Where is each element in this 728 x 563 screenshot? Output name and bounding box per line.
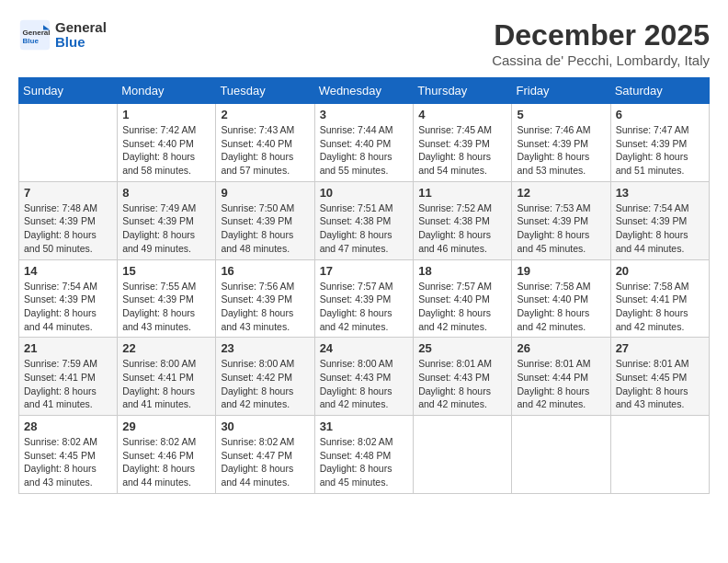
- day-number: 15: [122, 264, 210, 278]
- day-number: 4: [418, 108, 506, 121]
- calendar-cell: 28 Sunrise: 8:02 AMSunset: 4:45 PMDaylig…: [19, 416, 118, 494]
- day-number: 3: [320, 108, 409, 121]
- calendar-cell: 7 Sunrise: 7:48 AMSunset: 4:39 PMDayligh…: [19, 181, 118, 259]
- day-info: Sunrise: 8:00 AMSunset: 4:43 PMDaylight:…: [320, 357, 409, 411]
- day-info: Sunrise: 7:44 AMSunset: 4:40 PMDaylight:…: [320, 123, 409, 178]
- calendar-cell: 29 Sunrise: 8:02 AMSunset: 4:46 PMDaylig…: [118, 416, 216, 494]
- day-info: Sunrise: 7:55 AMSunset: 4:39 PMDaylight:…: [122, 280, 210, 334]
- calendar-cell: 20 Sunrise: 7:58 AMSunset: 4:41 PMDaylig…: [610, 259, 709, 338]
- month-title: December 2025: [492, 18, 710, 52]
- calendar-cell: [414, 416, 512, 494]
- calendar-cell: 14 Sunrise: 7:54 AMSunset: 4:39 PMDaylig…: [19, 259, 118, 338]
- calendar-table: SundayMondayTuesdayWednesdayThursdayFrid…: [18, 77, 710, 494]
- calendar-cell: 27 Sunrise: 8:01 AMSunset: 4:45 PMDaylig…: [610, 338, 709, 416]
- calendar-cell: 22 Sunrise: 8:00 AMSunset: 4:41 PMDaylig…: [118, 338, 216, 416]
- calendar-cell: 21 Sunrise: 7:59 AMSunset: 4:41 PMDaylig…: [19, 338, 118, 416]
- calendar-cell: 31 Sunrise: 8:02 AMSunset: 4:48 PMDaylig…: [314, 416, 414, 494]
- title-block: December 2025 Cassina de' Pecchi, Lombar…: [492, 18, 710, 68]
- day-number: 27: [616, 341, 704, 355]
- logo-general-text: General: [55, 20, 107, 36]
- calendar-cell: 30 Sunrise: 8:02 AMSunset: 4:47 PMDaylig…: [216, 416, 314, 494]
- calendar-cell: 12 Sunrise: 7:53 AMSunset: 4:39 PMDaylig…: [512, 181, 610, 259]
- day-number: 26: [517, 341, 605, 355]
- calendar-cell: 5 Sunrise: 7:46 AMSunset: 4:39 PMDayligh…: [512, 104, 610, 182]
- day-info: Sunrise: 8:02 AMSunset: 4:47 PMDaylight:…: [221, 435, 309, 489]
- day-of-week-header: Tuesday: [216, 78, 314, 104]
- calendar-cell: [610, 416, 709, 494]
- day-info: Sunrise: 7:45 AMSunset: 4:39 PMDaylight:…: [418, 123, 506, 178]
- day-info: Sunrise: 8:01 AMSunset: 4:44 PMDaylight:…: [517, 357, 605, 411]
- day-number: 2: [221, 108, 309, 121]
- day-number: 23: [221, 341, 309, 355]
- logo: General Blue General Blue: [18, 18, 107, 52]
- calendar-cell: 4 Sunrise: 7:45 AMSunset: 4:39 PMDayligh…: [414, 104, 512, 182]
- logo-blue-text: Blue: [55, 35, 107, 51]
- day-info: Sunrise: 7:47 AMSunset: 4:39 PMDaylight:…: [616, 123, 704, 178]
- location-subtitle: Cassina de' Pecchi, Lombardy, Italy: [492, 52, 710, 68]
- day-info: Sunrise: 8:02 AMSunset: 4:45 PMDaylight:…: [24, 435, 112, 489]
- day-info: Sunrise: 7:56 AMSunset: 4:39 PMDaylight:…: [221, 280, 309, 334]
- calendar-cell: 2 Sunrise: 7:43 AMSunset: 4:40 PMDayligh…: [216, 104, 314, 182]
- day-of-week-header: Sunday: [19, 78, 118, 104]
- day-number: 13: [616, 186, 704, 200]
- logo-icon: General Blue: [18, 18, 51, 52]
- day-number: 7: [24, 186, 112, 200]
- day-number: 28: [24, 419, 112, 433]
- calendar-cell: 16 Sunrise: 7:56 AMSunset: 4:39 PMDaylig…: [216, 259, 314, 338]
- calendar-cell: 17 Sunrise: 7:57 AMSunset: 4:39 PMDaylig…: [314, 259, 414, 338]
- day-number: 5: [517, 108, 605, 121]
- day-info: Sunrise: 7:52 AMSunset: 4:38 PMDaylight:…: [418, 201, 506, 256]
- calendar-cell: 10 Sunrise: 7:51 AMSunset: 4:38 PMDaylig…: [314, 181, 414, 259]
- day-info: Sunrise: 7:59 AMSunset: 4:41 PMDaylight:…: [24, 357, 112, 411]
- day-info: Sunrise: 7:54 AMSunset: 4:39 PMDaylight:…: [616, 201, 704, 256]
- calendar-cell: 18 Sunrise: 7:57 AMSunset: 4:40 PMDaylig…: [414, 259, 512, 338]
- day-number: 18: [418, 264, 506, 278]
- calendar-cell: 8 Sunrise: 7:49 AMSunset: 4:39 PMDayligh…: [118, 181, 216, 259]
- day-info: Sunrise: 7:43 AMSunset: 4:40 PMDaylight:…: [221, 123, 309, 178]
- day-of-week-header: Friday: [512, 78, 610, 104]
- calendar-cell: 1 Sunrise: 7:42 AMSunset: 4:40 PMDayligh…: [118, 104, 216, 182]
- calendar-cell: 9 Sunrise: 7:50 AMSunset: 4:39 PMDayligh…: [216, 181, 314, 259]
- day-number: 11: [418, 186, 506, 200]
- day-info: Sunrise: 7:58 AMSunset: 4:41 PMDaylight:…: [616, 280, 704, 334]
- day-info: Sunrise: 7:54 AMSunset: 4:39 PMDaylight:…: [24, 280, 112, 334]
- day-number: 24: [320, 341, 409, 355]
- day-info: Sunrise: 7:57 AMSunset: 4:40 PMDaylight:…: [418, 280, 506, 334]
- day-number: 29: [122, 419, 210, 433]
- day-info: Sunrise: 7:49 AMSunset: 4:39 PMDaylight:…: [122, 201, 210, 256]
- day-info: Sunrise: 8:02 AMSunset: 4:48 PMDaylight:…: [320, 435, 409, 489]
- day-of-week-header: Monday: [118, 78, 216, 104]
- calendar-week-row: 21 Sunrise: 7:59 AMSunset: 4:41 PMDaylig…: [19, 338, 710, 416]
- day-info: Sunrise: 8:01 AMSunset: 4:45 PMDaylight:…: [616, 357, 704, 411]
- calendar-cell: 19 Sunrise: 7:58 AMSunset: 4:40 PMDaylig…: [512, 259, 610, 338]
- day-info: Sunrise: 7:53 AMSunset: 4:39 PMDaylight:…: [517, 201, 605, 256]
- day-number: 8: [122, 186, 210, 200]
- day-number: 20: [616, 264, 704, 278]
- day-number: 21: [24, 341, 112, 355]
- day-number: 9: [221, 186, 309, 200]
- day-info: Sunrise: 8:02 AMSunset: 4:46 PMDaylight:…: [122, 435, 210, 489]
- day-number: 25: [418, 341, 506, 355]
- calendar-cell: 11 Sunrise: 7:52 AMSunset: 4:38 PMDaylig…: [414, 181, 512, 259]
- calendar-cell: [19, 104, 118, 182]
- day-number: 31: [320, 419, 409, 433]
- day-number: 12: [517, 186, 605, 200]
- day-of-week-header: Wednesday: [314, 78, 414, 104]
- calendar-cell: 3 Sunrise: 7:44 AMSunset: 4:40 PMDayligh…: [314, 104, 414, 182]
- day-number: 16: [221, 264, 309, 278]
- day-number: 22: [122, 341, 210, 355]
- day-number: 1: [122, 108, 210, 121]
- day-number: 14: [24, 264, 112, 278]
- day-info: Sunrise: 8:00 AMSunset: 4:41 PMDaylight:…: [122, 357, 210, 411]
- calendar-cell: 23 Sunrise: 8:00 AMSunset: 4:42 PMDaylig…: [216, 338, 314, 416]
- day-number: 10: [320, 186, 409, 200]
- day-number: 6: [616, 108, 704, 121]
- page-header: General Blue General Blue December 2025 …: [18, 18, 710, 68]
- calendar-header-row: SundayMondayTuesdayWednesdayThursdayFrid…: [19, 78, 710, 104]
- calendar-week-row: 7 Sunrise: 7:48 AMSunset: 4:39 PMDayligh…: [19, 181, 710, 259]
- calendar-cell: 15 Sunrise: 7:55 AMSunset: 4:39 PMDaylig…: [118, 259, 216, 338]
- day-info: Sunrise: 7:48 AMSunset: 4:39 PMDaylight:…: [24, 201, 112, 256]
- day-number: 30: [221, 419, 309, 433]
- calendar-cell: 13 Sunrise: 7:54 AMSunset: 4:39 PMDaylig…: [610, 181, 709, 259]
- calendar-cell: 24 Sunrise: 8:00 AMSunset: 4:43 PMDaylig…: [314, 338, 414, 416]
